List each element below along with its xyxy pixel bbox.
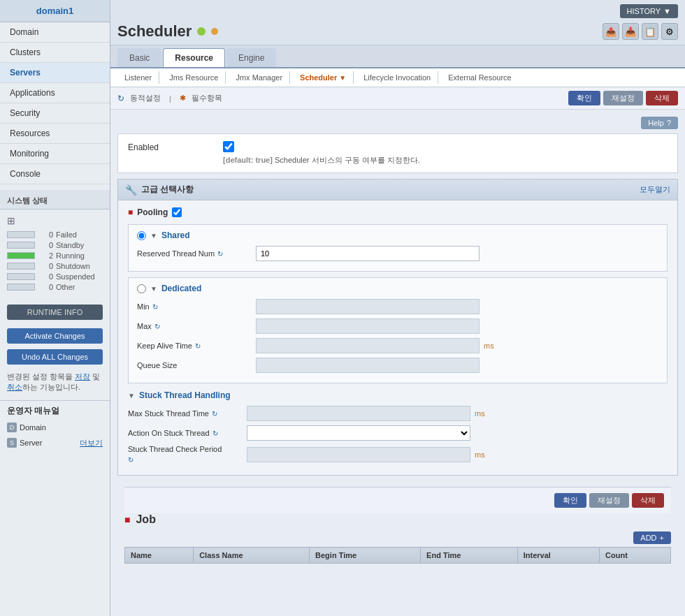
dedicated-section: ▼ Dedicated Min ↻ Max xyxy=(128,277,668,383)
reserved-thread-num-label-text: Reserved Thread Num xyxy=(137,249,215,258)
sidebar-item-servers[interactable]: Servers xyxy=(0,63,110,83)
keep-alive-refresh-icon[interactable]: ↻ xyxy=(195,342,201,350)
shared-radio[interactable] xyxy=(137,231,146,240)
stuck-thread-check-period-input[interactable] xyxy=(247,447,470,462)
keep-alive-ms-label: ms xyxy=(484,342,494,350)
reset-button[interactable]: 재설정 xyxy=(603,91,643,105)
sidebar-item-monitoring[interactable]: Monitoring xyxy=(0,144,110,164)
system-status-box: ⊞ 0 Failed 0 Standby 2 Running 0 Shutdow… xyxy=(0,210,110,299)
sidebar-item-domain[interactable]: Domain xyxy=(0,22,110,43)
sub-tab-scheduler-arrow: ▼ xyxy=(339,74,346,82)
add-job-button[interactable]: ADD + xyxy=(633,531,671,544)
stuck-thread-section: ▼ Stuck Thread Handling Max Stuck Thread… xyxy=(128,390,668,464)
min-refresh-icon[interactable]: ↻ xyxy=(152,303,158,311)
icon-btn-2[interactable]: 📥 xyxy=(622,23,639,40)
status-toggle-icon[interactable]: ⊞ xyxy=(7,215,15,226)
status-row-running: 2 Running xyxy=(7,251,103,260)
collapse-all-link[interactable]: 모두열기 xyxy=(640,184,670,195)
icon-btn-4[interactable]: ⚙ xyxy=(661,23,678,40)
min-input[interactable] xyxy=(256,299,480,314)
icon-btn-3[interactable]: 📋 xyxy=(642,23,658,40)
action-on-stuck-thread-select[interactable] xyxy=(247,425,470,441)
action-on-stuck-thread-refresh-icon[interactable]: ↻ xyxy=(212,430,218,437)
sub-tab-listener[interactable]: Listener xyxy=(117,71,159,84)
status-label-shutdown: Shutdown xyxy=(56,262,90,270)
manager-item-domain[interactable]: D Domain xyxy=(0,420,110,435)
table-toolbar: ADD + xyxy=(124,531,671,544)
pooling-checkbox[interactable] xyxy=(172,207,182,217)
manager-domain-label: Domain xyxy=(20,423,46,432)
add-job-icon: + xyxy=(660,534,664,542)
max-stuck-thread-time-input[interactable] xyxy=(247,406,470,421)
runtime-info-button[interactable]: RUNTIME INFO xyxy=(7,305,103,320)
pooling-header: ■ Pooling xyxy=(128,207,668,217)
delete-button[interactable]: 삭제 xyxy=(646,91,678,105)
min-label-text: Min xyxy=(137,302,150,311)
note-link-save[interactable]: 저장 xyxy=(75,372,90,381)
bottom-reset-button[interactable]: 재설정 xyxy=(589,493,629,508)
icon-btn-1[interactable]: 📤 xyxy=(603,23,619,40)
toolbar-dynamic-config: 동적설정 xyxy=(130,93,161,103)
stuck-thread-title: Stuck Thread Handling xyxy=(139,390,231,400)
manager-title: 운영자 매뉴얼 xyxy=(0,400,110,420)
advanced-header-left: 🔧 고급 선택사항 xyxy=(125,184,194,196)
tab-resource[interactable]: Resource xyxy=(163,48,225,67)
undo-all-changes-button[interactable]: Undo ALL Changes xyxy=(7,349,103,365)
sidebar-item-resources[interactable]: Resources xyxy=(0,124,110,144)
keep-alive-label-text: Keep Alive Time xyxy=(137,342,192,350)
max-row: Max ↻ xyxy=(137,318,658,334)
note-link-cancel[interactable]: 취소 xyxy=(7,383,22,391)
sub-tab-jmx[interactable]: Jmx Manager xyxy=(229,71,290,84)
col-class-name: Class Name xyxy=(194,548,310,564)
max-stuck-thread-time-ms: ms xyxy=(475,409,485,418)
tab-basic[interactable]: Basic xyxy=(117,48,161,67)
enabled-row: Enabled [default: true] Scheduler 서비스의 구… xyxy=(117,133,678,173)
sidebar-item-applications[interactable]: Applications xyxy=(0,83,110,103)
max-refresh-icon[interactable]: ↻ xyxy=(154,323,160,330)
dedicated-radio[interactable] xyxy=(137,284,146,293)
history-chevron-icon: ▼ xyxy=(663,7,671,15)
refresh-icon: ↻ xyxy=(117,94,124,103)
confirm-button[interactable]: 확인 xyxy=(568,91,600,105)
queue-size-input[interactable] xyxy=(256,358,480,373)
reserved-thread-num-input[interactable] xyxy=(256,246,480,261)
sub-tab-lifecycle[interactable]: Lifecycle Invocation xyxy=(356,71,438,84)
sidebar-item-security[interactable]: Security xyxy=(0,103,110,124)
status-bar-failed xyxy=(7,231,35,238)
tabs-bar: Basic Resource Engine xyxy=(110,45,685,68)
keep-alive-input[interactable] xyxy=(256,338,480,353)
reserved-thread-num-refresh-icon[interactable]: ↻ xyxy=(217,250,223,258)
max-stuck-thread-time-refresh-icon[interactable]: ↻ xyxy=(212,410,217,418)
max-stuck-thread-time-label-text: Max Stuck Thread Time xyxy=(128,409,209,418)
status-bar-other xyxy=(7,284,35,291)
sub-tab-scheduler[interactable]: Scheduler ▼ xyxy=(293,71,354,84)
activate-changes-button[interactable]: Activate Changes xyxy=(7,328,103,344)
domain-icon: D xyxy=(7,423,17,432)
sidebar-item-console[interactable]: Console xyxy=(0,164,110,184)
max-input[interactable] xyxy=(256,318,480,334)
bottom-toolbar: 확인 재설정 삭제 xyxy=(124,487,671,513)
enabled-checkbox[interactable] xyxy=(223,141,234,152)
bottom-confirm-button[interactable]: 확인 xyxy=(554,493,586,508)
sub-tab-jms[interactable]: Jms Resource xyxy=(162,71,226,84)
stuck-thread-check-period-refresh-icon[interactable]: ↻ xyxy=(128,456,134,464)
help-button[interactable]: Help ? xyxy=(641,117,678,129)
min-row: Min ↻ xyxy=(137,299,658,314)
manager-server-more[interactable]: 더보기 xyxy=(80,438,103,448)
queue-size-row: Queue Size xyxy=(137,358,658,373)
status-row-failed: 0 Failed xyxy=(7,230,103,239)
tab-engine[interactable]: Engine xyxy=(226,48,276,67)
enabled-label: Enabled xyxy=(128,141,212,152)
stuck-chevron-icon: ▼ xyxy=(128,392,135,399)
enabled-desc-text: Scheduler 서비스의 구동 여부를 지정한다. xyxy=(275,156,420,164)
bottom-delete-button[interactable]: 삭제 xyxy=(632,493,664,508)
col-name: Name xyxy=(125,548,194,564)
manager-item-server[interactable]: S Server 더보기 xyxy=(0,435,110,451)
col-interval: Interval xyxy=(517,548,599,564)
sidebar-item-clusters[interactable]: Clusters xyxy=(0,43,110,63)
note-text-mid: 및 xyxy=(90,372,100,381)
sub-tab-external[interactable]: External Resource xyxy=(441,71,519,84)
sidebar-domain-title[interactable]: domain1 xyxy=(0,0,110,22)
history-button[interactable]: HISTORY ▼ xyxy=(620,4,678,18)
status-label-standby: Standby xyxy=(56,241,84,249)
